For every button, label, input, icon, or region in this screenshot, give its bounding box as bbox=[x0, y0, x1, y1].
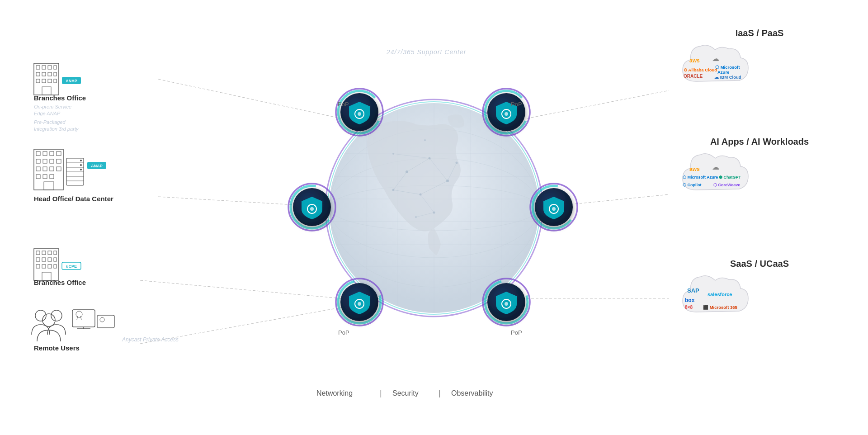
svg-rect-101 bbox=[36, 151, 40, 156]
svg-text:Branches Office: Branches Office bbox=[34, 94, 86, 102]
svg-text:SAP: SAP bbox=[687, 287, 699, 294]
svg-rect-105 bbox=[36, 159, 40, 163]
svg-text:AI Apps / AI Workloads: AI Apps / AI Workloads bbox=[710, 137, 809, 147]
svg-text:|: | bbox=[380, 388, 382, 397]
svg-text:24/7/365 Support Center: 24/7/365 Support Center bbox=[386, 48, 467, 56]
svg-text:⬡ Microsoft Azure: ⬡ Microsoft Azure bbox=[683, 175, 718, 180]
svg-rect-141 bbox=[54, 265, 57, 268]
svg-text:SaaS / UCaaS: SaaS / UCaaS bbox=[730, 259, 789, 269]
svg-point-63 bbox=[552, 207, 556, 211]
svg-text:ANAP: ANAP bbox=[66, 79, 77, 83]
svg-rect-80 bbox=[36, 66, 40, 69]
svg-text:Azure: Azure bbox=[717, 70, 729, 75]
svg-text:⬡ CoreWeave: ⬡ CoreWeave bbox=[713, 183, 740, 187]
diagram-svg: PoP PoP PoP PoP 24/7/365 Support Center bbox=[0, 0, 868, 435]
svg-text:Pre-Packaged: Pre-Packaged bbox=[34, 119, 66, 125]
svg-point-27 bbox=[424, 139, 426, 141]
svg-text:Anycast Private Access: Anycast Private Access bbox=[122, 336, 179, 343]
svg-rect-82 bbox=[48, 66, 52, 69]
svg-rect-110 bbox=[43, 167, 47, 171]
svg-rect-130 bbox=[36, 251, 40, 255]
svg-rect-149 bbox=[72, 310, 95, 327]
svg-rect-106 bbox=[43, 159, 47, 163]
svg-text:⬛ Microsoft 365: ⬛ Microsoft 365 bbox=[703, 305, 738, 310]
main-container: PoP PoP PoP PoP 24/7/365 Support Center bbox=[0, 0, 868, 435]
svg-text:On-prem Service: On-prem Service bbox=[34, 104, 71, 109]
svg-line-39 bbox=[140, 280, 341, 298]
svg-rect-90 bbox=[48, 79, 52, 83]
svg-rect-138 bbox=[36, 265, 40, 268]
svg-rect-104 bbox=[57, 151, 61, 156]
svg-point-73 bbox=[505, 302, 508, 306]
svg-line-38 bbox=[158, 197, 310, 206]
svg-rect-133 bbox=[54, 251, 57, 255]
svg-text:Integration 3rd party: Integration 3rd party bbox=[34, 126, 79, 132]
svg-text:IaaS / PaaS: IaaS / PaaS bbox=[736, 28, 784, 38]
svg-rect-83 bbox=[54, 66, 57, 69]
svg-rect-139 bbox=[42, 265, 46, 268]
svg-text:☁: ☁ bbox=[712, 55, 719, 62]
svg-rect-135 bbox=[42, 258, 46, 261]
svg-point-125 bbox=[80, 169, 82, 170]
svg-text:PoP: PoP bbox=[511, 101, 522, 108]
svg-text:Security: Security bbox=[392, 389, 419, 397]
svg-text:PoP: PoP bbox=[338, 101, 349, 108]
svg-rect-112 bbox=[57, 167, 61, 171]
svg-text:PoP: PoP bbox=[338, 329, 349, 336]
svg-text:Branches Office: Branches Office bbox=[34, 279, 86, 286]
svg-rect-115 bbox=[50, 175, 54, 179]
svg-rect-131 bbox=[42, 251, 46, 255]
svg-text:8×8: 8×8 bbox=[685, 305, 693, 310]
svg-rect-116 bbox=[44, 182, 54, 190]
svg-rect-87 bbox=[54, 72, 57, 76]
svg-rect-81 bbox=[42, 66, 46, 69]
svg-point-123 bbox=[80, 160, 82, 161]
svg-rect-137 bbox=[54, 258, 57, 261]
svg-rect-114 bbox=[43, 175, 47, 179]
svg-rect-109 bbox=[36, 167, 40, 171]
svg-text:|: | bbox=[439, 388, 441, 397]
svg-point-152 bbox=[76, 311, 82, 317]
svg-rect-91 bbox=[54, 79, 57, 83]
svg-text:☁ IBM Cloud: ☁ IBM Cloud bbox=[714, 75, 741, 80]
svg-point-48 bbox=[358, 112, 361, 116]
svg-rect-103 bbox=[50, 151, 54, 156]
svg-rect-88 bbox=[36, 79, 40, 83]
svg-rect-86 bbox=[48, 72, 52, 76]
svg-rect-107 bbox=[50, 159, 54, 163]
svg-line-41 bbox=[527, 90, 669, 118]
svg-text:Head Office/ Data Center: Head Office/ Data Center bbox=[34, 195, 113, 203]
svg-rect-89 bbox=[42, 79, 46, 83]
svg-text:salesforce: salesforce bbox=[708, 292, 732, 297]
svg-text:ANAP: ANAP bbox=[91, 164, 103, 168]
svg-rect-134 bbox=[36, 258, 40, 261]
svg-text:Edge ANAP: Edge ANAP bbox=[34, 111, 61, 116]
svg-text:⊖ Alibaba Cloud: ⊖ Alibaba Cloud bbox=[684, 67, 717, 72]
svg-text:Observability: Observability bbox=[451, 389, 493, 397]
svg-text:PoP: PoP bbox=[511, 329, 522, 336]
svg-rect-85 bbox=[42, 72, 46, 76]
svg-rect-132 bbox=[48, 251, 52, 255]
svg-point-156 bbox=[100, 317, 104, 322]
svg-rect-140 bbox=[48, 265, 52, 268]
svg-line-37 bbox=[158, 79, 341, 118]
svg-point-124 bbox=[80, 164, 82, 166]
svg-text:aws: aws bbox=[689, 57, 700, 64]
svg-text:box: box bbox=[685, 297, 695, 303]
svg-rect-111 bbox=[50, 167, 54, 171]
svg-text:⬢ ChatGPT: ⬢ ChatGPT bbox=[719, 175, 741, 180]
svg-text:☁: ☁ bbox=[712, 163, 719, 171]
svg-rect-155 bbox=[97, 315, 114, 328]
svg-rect-84 bbox=[36, 72, 40, 76]
svg-text:ORACLE: ORACLE bbox=[684, 74, 703, 79]
svg-point-147 bbox=[51, 310, 62, 321]
svg-point-53 bbox=[505, 112, 508, 116]
svg-point-68 bbox=[358, 302, 361, 306]
svg-text:uCPE: uCPE bbox=[66, 264, 77, 269]
svg-text:Networking: Networking bbox=[316, 389, 353, 397]
svg-text:⬡ Copilot: ⬡ Copilot bbox=[683, 183, 702, 187]
svg-rect-102 bbox=[43, 151, 47, 156]
svg-point-58 bbox=[310, 207, 314, 211]
svg-rect-108 bbox=[57, 159, 61, 163]
svg-text:⬡ Microsoft: ⬡ Microsoft bbox=[715, 65, 740, 70]
